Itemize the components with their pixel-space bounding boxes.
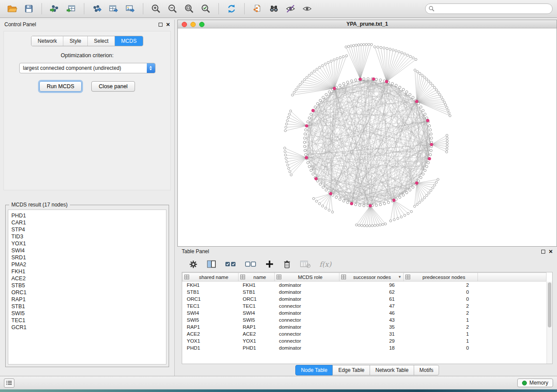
mcds-result-item[interactable]: SWI4 — [11, 247, 163, 254]
table-cell[interactable]: 1 — [404, 337, 478, 344]
table-cell[interactable]: FKH1 — [239, 282, 275, 289]
network-canvas[interactable] — [178, 28, 557, 246]
zoom-selected-icon[interactable] — [198, 2, 214, 16]
table-cell[interactable]: PHD1 — [239, 344, 275, 351]
add-column-icon[interactable] — [265, 260, 274, 268]
tab-motifs[interactable]: Motifs — [414, 365, 439, 375]
table-cell[interactable]: 1 — [404, 316, 478, 323]
scrollbar-thumb[interactable] — [548, 282, 551, 327]
tab-select[interactable]: Select — [88, 36, 115, 46]
table-cell[interactable]: connector — [275, 337, 339, 344]
table-cell[interactable]: RAP1 — [183, 323, 239, 330]
table-cell[interactable]: 18 — [339, 344, 404, 351]
tab-style[interactable]: Style — [63, 36, 88, 46]
table-cell[interactable]: 0 — [404, 289, 478, 296]
table-row[interactable]: TEC1TEC1connector472 — [183, 303, 547, 309]
export-image-icon[interactable] — [122, 2, 138, 16]
table-cell[interactable]: 47 — [339, 303, 404, 309]
tab-node-table[interactable]: Node Table — [295, 365, 333, 375]
mcds-result-item[interactable]: TEC1 — [11, 317, 163, 324]
search-input[interactable] — [425, 3, 553, 14]
delete-column-trash-icon[interactable] — [283, 260, 291, 269]
table-cell[interactable]: 96 — [339, 282, 404, 289]
select-all-icon[interactable] — [225, 260, 236, 268]
mcds-result-item[interactable]: SRD1 — [11, 254, 163, 261]
table-cell[interactable]: 29 — [339, 337, 404, 344]
mcds-result-list[interactable]: PHD1CAR1STP4TID3YOX1SWI4SRD1PMA2FKH1ACE2… — [8, 210, 166, 364]
table-cell[interactable]: 31 — [339, 330, 404, 337]
export-network-icon[interactable] — [89, 2, 105, 16]
table-row[interactable]: YOX1YOX1connector291 — [183, 337, 547, 344]
table-cell[interactable]: 61 — [339, 296, 404, 303]
memory-button[interactable]: Memory — [517, 378, 553, 387]
eye-marked-icon[interactable] — [283, 2, 298, 16]
float-panel-icon[interactable] — [541, 250, 545, 254]
table-cell[interactable]: 2 — [404, 309, 478, 316]
export-table-icon[interactable] — [106, 2, 121, 16]
tab-network-table[interactable]: Network Table — [370, 365, 414, 375]
open-folder-icon[interactable] — [4, 2, 20, 16]
col-header-mcds-role[interactable]: MCDS role — [275, 273, 339, 282]
criterion-select[interactable]: largest connected component (undirected) — [19, 63, 156, 73]
table-cell[interactable]: SWI5 — [239, 316, 275, 323]
table-cell[interactable]: 2 — [404, 282, 478, 289]
table-cell[interactable]: RAP1 — [239, 323, 275, 330]
binoculars-icon[interactable] — [266, 2, 282, 16]
close-panel-icon[interactable]: × — [166, 22, 170, 27]
table-cell[interactable]: dominator — [275, 323, 339, 330]
table-cell[interactable]: dominator — [275, 309, 339, 316]
table-cell[interactable]: dominator — [275, 296, 339, 303]
mcds-result-item[interactable]: STB5 — [11, 282, 163, 289]
mcds-result-item[interactable]: RAP1 — [11, 296, 163, 303]
zoom-in-icon[interactable] — [148, 2, 164, 16]
table-cell[interactable]: FKH1 — [183, 282, 239, 289]
table-settings-gear-icon[interactable] — [189, 260, 198, 269]
mcds-result-item[interactable]: TID3 — [11, 233, 163, 240]
table-cell[interactable]: SWI4 — [183, 309, 239, 316]
panel-list-icon[interactable] — [4, 378, 14, 388]
mcds-result-item[interactable]: ACE2 — [11, 275, 163, 282]
eye-icon[interactable] — [299, 2, 315, 16]
table-row[interactable]: RAP1RAP1dominator352 — [183, 323, 547, 330]
tab-mcds[interactable]: MCDS — [115, 36, 142, 46]
clone-document-icon[interactable] — [249, 2, 265, 16]
table-cell[interactable]: ACE2 — [183, 330, 239, 337]
table-row[interactable]: PHD1PHD1dominator180 — [183, 344, 547, 351]
close-window-icon[interactable] — [182, 22, 187, 27]
minimize-window-icon[interactable] — [190, 22, 196, 27]
tab-edge-table[interactable]: Edge Table — [332, 365, 370, 375]
table-row[interactable]: SWI4SWI4dominator462 — [183, 309, 547, 316]
close-panel-icon[interactable]: × — [549, 249, 553, 254]
mcds-result-item[interactable]: YOX1 — [11, 240, 163, 247]
network-graph[interactable] — [178, 28, 557, 246]
table-cell[interactable]: 1 — [404, 330, 478, 337]
table-cell[interactable]: connector — [275, 330, 339, 337]
mcds-result-item[interactable]: STP4 — [11, 226, 163, 233]
col-header-shared-name[interactable]: shared name — [183, 273, 239, 282]
table-cell[interactable]: SWI5 — [183, 316, 239, 323]
table-row[interactable]: FKH1FKH1dominator962 — [183, 282, 547, 289]
zoom-out-icon[interactable] — [165, 2, 180, 16]
table-cell[interactable]: connector — [275, 316, 339, 323]
mcds-result-item[interactable]: PHD1 — [11, 212, 163, 219]
table-cell[interactable]: 2 — [404, 303, 478, 309]
mcds-result-item[interactable]: FKH1 — [11, 268, 163, 275]
refresh-icon[interactable] — [224, 2, 239, 16]
table-row[interactable]: SWI5SWI5connector431 — [183, 316, 547, 323]
table-row[interactable]: STB1STB1dominator620 — [183, 289, 547, 296]
table-cell[interactable]: connector — [275, 303, 339, 309]
table-cell[interactable]: TEC1 — [183, 303, 239, 309]
table-cell[interactable]: dominator — [275, 289, 339, 296]
mcds-result-item[interactable]: GCR1 — [11, 324, 163, 331]
zoom-fit-icon[interactable] — [181, 2, 197, 16]
table-cell[interactable]: SWI4 — [239, 309, 275, 316]
table-cell[interactable]: dominator — [275, 344, 339, 351]
table-cell[interactable]: STB1 — [239, 289, 275, 296]
table-cell[interactable]: dominator — [275, 282, 339, 289]
table-cell[interactable]: PHD1 — [183, 344, 239, 351]
mcds-result-item[interactable]: SWI5 — [11, 310, 163, 317]
table-cell[interactable]: YOX1 — [239, 337, 275, 344]
float-panel-icon[interactable] — [159, 23, 163, 27]
save-icon[interactable] — [21, 2, 37, 16]
table-cell[interactable]: YOX1 — [183, 337, 239, 344]
